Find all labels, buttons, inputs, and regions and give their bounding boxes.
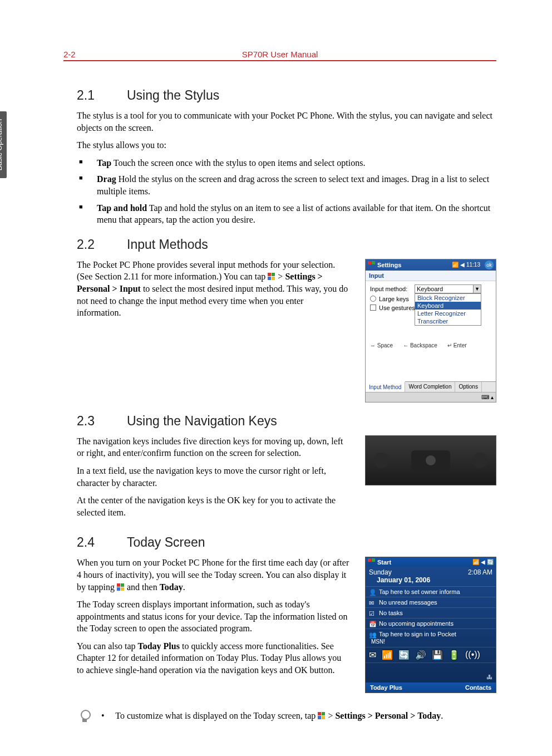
tab-word-completion: Word Completion <box>405 382 455 392</box>
mail-icon: ✉ <box>369 600 376 606</box>
s21-intro: The stylus is a tool for you to communic… <box>77 110 496 134</box>
right-softkey-icon <box>472 453 488 468</box>
lightbulb-icon <box>77 709 92 724</box>
sms-icon: ✉ <box>369 650 376 660</box>
sound-icon: 🔊 <box>415 650 426 660</box>
screenshot-titlebar: Settings 📶 ◀ 11:13 ok <box>366 259 496 271</box>
start-flag-icon <box>368 261 375 268</box>
s21-lead: The stylus allows you to: <box>77 139 496 151</box>
tab-input-method: Input Method <box>366 381 405 392</box>
today-item-tasks: ☑ No tasks <box>366 607 496 618</box>
today-status-tray: ✉ 📶 🔄 🔊 💾 🔋 ((•)) <box>366 647 496 662</box>
large-keys-label: Large keys <box>379 296 409 302</box>
input-method-combo: Keyboard▼ <box>415 284 481 293</box>
section-2-3-heading: 2.3Using the Navigation Keys <box>77 414 496 429</box>
sync-icon: 🔄 <box>398 650 410 660</box>
gesture-keys-row: ↔ Space ← Backspace ↵ Enter <box>370 342 491 348</box>
section-2-2-heading: 2.2Input Methods <box>77 237 496 252</box>
section-2-1-heading: 2.1Using the Stylus <box>77 88 496 103</box>
section-2-4-heading: 2.4Today Screen <box>77 535 496 550</box>
start-flag-icon <box>368 558 375 566</box>
s21-bullet-drag: Drag Hold the stylus on the screen and d… <box>77 173 496 197</box>
s23-p3: At the center of the navigation keys is … <box>77 494 349 518</box>
s24-p1: When you turn on your Pocket PC Phone fo… <box>77 557 349 593</box>
checkbox-icon <box>370 305 376 311</box>
screenshot-titlebar: Start 📶 ◀ 🔄 <box>366 557 496 567</box>
screenshot-subtitle: Input <box>366 271 496 281</box>
screenshot-tabs: Input Method Word Completion Options <box>366 381 496 392</box>
softkey-right: Contacts <box>465 684 491 691</box>
ok-icon: ok <box>485 261 494 269</box>
input-method-label: Input method: <box>370 286 415 292</box>
s22-paragraph: The Pocket PC Phone provides several inp… <box>77 259 349 319</box>
input-method-dropdown: Block Recognizer Keyboard Letter Recogni… <box>415 293 481 326</box>
dpad-icon <box>411 450 450 470</box>
chapter-side-tab-label: Basic Operation <box>0 119 3 171</box>
softkey-left: Today Plus <box>370 684 402 691</box>
s24-p3: You can also tap Today Plus to quickly a… <box>77 640 349 676</box>
chapter-side-tab: Basic Operation <box>0 111 7 178</box>
start-flag-icon <box>268 273 275 281</box>
input-settings-screenshot: Settings 📶 ◀ 11:13 ok Input Input method… <box>365 259 496 402</box>
tasks-icon: ☑ <box>369 610 376 617</box>
navigation-keys-photo <box>365 435 496 485</box>
today-clock: 2:08 AM <box>468 568 492 576</box>
bt-corner-icon: 🖧 <box>486 674 492 680</box>
owner-icon: 👤 <box>369 589 376 596</box>
start-flag-icon <box>318 712 326 720</box>
today-item-msn-sub: MSN! <box>366 639 496 647</box>
today-screen-screenshot: Start 📶 ◀ 🔄 Sunday 2:08 AM January 01, 2… <box>365 557 496 693</box>
start-flag-icon <box>117 583 125 591</box>
s21-bullet-tap: Tap Touch the screen once with the stylu… <box>77 157 496 169</box>
s21-bullet-list: Tap Touch the screen once with the stylu… <box>77 157 496 226</box>
signal-icon: 📶 <box>382 650 393 660</box>
use-gestures-label: Use gestures <box>379 305 415 311</box>
msn-icon: 👥 <box>369 631 376 638</box>
s21-bullet-taphold: Tap and hold Tap and hold the stylus on … <box>77 202 496 226</box>
left-softkey-icon <box>373 453 389 468</box>
card-icon: 💾 <box>432 650 443 660</box>
today-item-owner: 👤 Tap here to set owner informa <box>366 586 496 597</box>
tab-options: Options <box>455 382 481 392</box>
s23-p1: The navigation keys includes five direct… <box>77 435 349 459</box>
today-item-messages: ✉ No unread messages <box>366 597 496 607</box>
wifi-icon: ((•)) <box>465 650 480 660</box>
s23-p2: In a text field, use the navigation keys… <box>77 465 349 489</box>
battery-icon: 🔋 <box>448 650 460 660</box>
calendar-icon: 📅 <box>369 621 376 627</box>
page-number: 2-2 <box>63 50 76 59</box>
today-date: January 01, 2006 <box>366 576 496 586</box>
doc-title: SP70R User Manual <box>242 50 318 59</box>
today-day: Sunday <box>369 568 392 576</box>
today-softkeys: Today Plus Contacts <box>366 683 496 693</box>
sip-bar: ⌨ ▴ <box>366 392 496 402</box>
s24-p2: The Today screen displays important info… <box>77 598 349 635</box>
radio-icon <box>370 296 376 302</box>
page-header: 2-2 SP70R User Manual <box>63 48 496 61</box>
today-item-appts: 📅 No upcoming appointments <box>366 618 496 629</box>
tip-row: • To customize what is displayed on the … <box>77 709 496 724</box>
today-item-msn: 👥 Tap here to sign in to Pocket <box>366 629 496 639</box>
